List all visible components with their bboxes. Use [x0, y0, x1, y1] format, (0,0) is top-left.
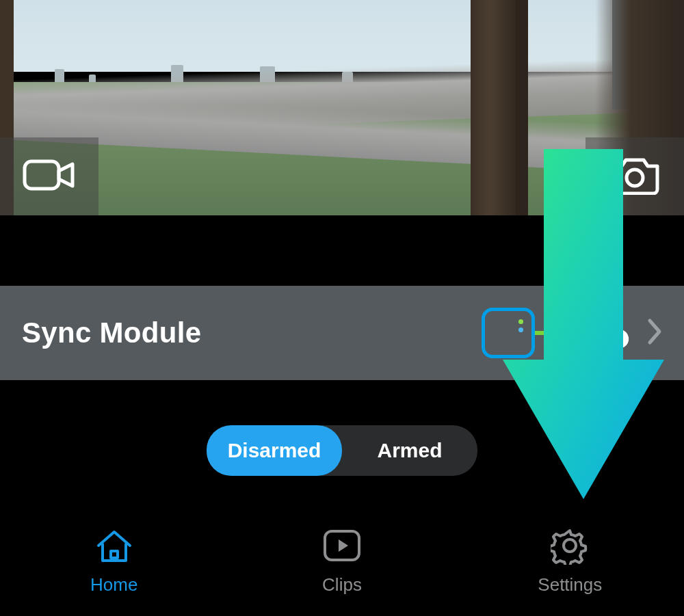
armed-button[interactable]: Armed — [342, 425, 477, 476]
gear-icon — [548, 526, 592, 565]
camera-thumbnail[interactable] — [0, 0, 684, 215]
svg-point-5 — [564, 539, 576, 552]
svg-marker-4 — [339, 539, 348, 552]
cloud-icon — [577, 313, 632, 353]
sync-module-row[interactable]: Sync Module — [0, 286, 684, 380]
armed-label: Armed — [377, 439, 442, 462]
disarmed-label: Disarmed — [228, 439, 321, 462]
video-camera-icon — [22, 156, 77, 197]
home-icon — [92, 526, 136, 565]
window-mullion2 — [516, 0, 528, 215]
nav-home-label: Home — [90, 574, 137, 595]
chevron-right-icon — [647, 318, 662, 348]
nav-clips-label: Clips — [322, 574, 362, 595]
svg-rect-0 — [25, 161, 59, 189]
live-view-button[interactable] — [0, 137, 98, 215]
disarmed-button[interactable]: Disarmed — [207, 425, 342, 476]
nav-settings[interactable]: Settings — [456, 500, 684, 616]
camera-icon — [608, 155, 661, 198]
connection-line-icon — [535, 331, 568, 335]
svg-point-1 — [627, 170, 643, 186]
nav-settings-label: Settings — [538, 574, 602, 595]
bottom-nav: Home Clips Settings — [0, 500, 684, 616]
clips-icon — [320, 526, 364, 565]
sync-module-title: Sync Module — [22, 317, 201, 349]
arm-toggle: Disarmed Armed — [207, 425, 477, 476]
snapshot-button[interactable] — [586, 137, 684, 215]
nav-clips[interactable]: Clips — [228, 500, 456, 616]
app-root: Sync Module Disarmed Armed — [0, 0, 684, 616]
sync-status — [482, 308, 662, 358]
svg-rect-2 — [111, 551, 118, 558]
sync-module-icon — [482, 308, 535, 358]
window-mullion — [471, 0, 518, 215]
nav-home[interactable]: Home — [0, 500, 228, 616]
